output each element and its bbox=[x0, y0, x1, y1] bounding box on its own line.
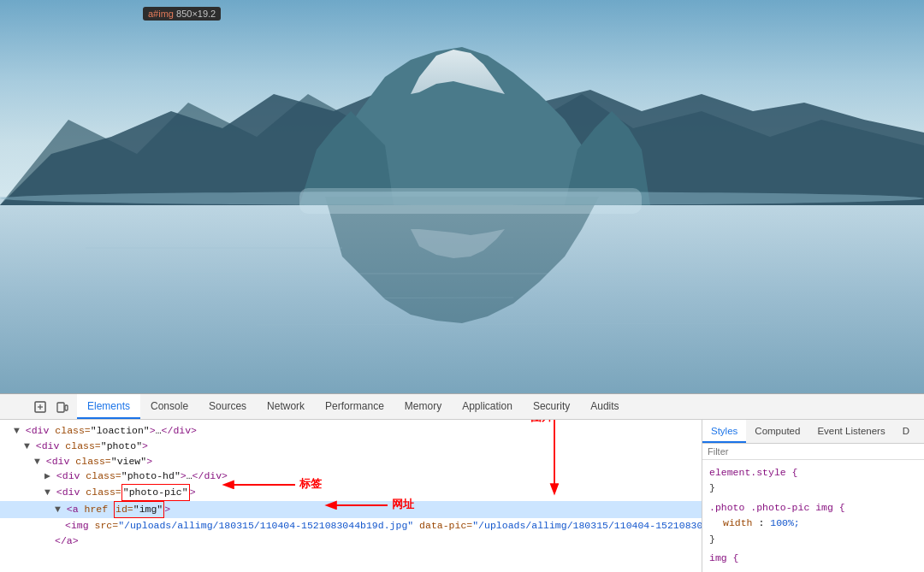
filter-bar[interactable] bbox=[702, 444, 924, 460]
tab-security[interactable]: Security bbox=[523, 394, 580, 419]
styles-tab-event-listeners[interactable]: Event Listeners bbox=[808, 420, 893, 443]
tree-line-7[interactable]: <img src="/uploads/allimg/180315/110404-… bbox=[0, 518, 702, 534]
filter-input[interactable] bbox=[708, 446, 919, 457]
label-biaoqian: 标签 bbox=[299, 476, 322, 492]
a-id-redbox: id="img" bbox=[114, 501, 164, 518]
tab-sources[interactable]: Sources bbox=[198, 394, 257, 419]
svg-rect-20 bbox=[57, 403, 64, 412]
tree-line-5[interactable]: ▼ <div class="photo-pic"> bbox=[0, 484, 702, 501]
styles-panel: Styles Computed Event Listeners D elemen… bbox=[702, 420, 924, 572]
css-rule-3: img { bbox=[709, 551, 917, 566]
webpage-preview: a#img 850×19.2 bbox=[0, 0, 924, 393]
tree-line-2[interactable]: ▼ <div class="photo"> bbox=[0, 439, 702, 454]
inspect-icon[interactable] bbox=[31, 398, 50, 416]
devtools-body: ▼ <div class="loaction">…</div> ▼ <div c… bbox=[0, 420, 924, 572]
element-badge: a#img 850×19.2 bbox=[143, 7, 221, 21]
styles-tabs: Styles Computed Event Listeners D bbox=[702, 420, 924, 444]
label-wangzhi: 网址 bbox=[392, 497, 414, 512]
tab-elements[interactable]: Elements bbox=[77, 394, 140, 419]
devtools-toolbar: Elements Console Sources Network Perform… bbox=[0, 394, 924, 420]
label-tupian: 图片 bbox=[530, 420, 553, 425]
svg-rect-21 bbox=[65, 405, 68, 410]
badge-dims: 850×19.2 bbox=[176, 9, 216, 19]
tab-memory[interactable]: Memory bbox=[394, 394, 452, 419]
styles-content: element.style { } .photo .photo-pic img … bbox=[702, 460, 924, 572]
styles-tab-computed[interactable]: Computed bbox=[746, 420, 808, 443]
caret-1[interactable]: ▼ bbox=[14, 425, 20, 436]
styles-tab-d[interactable]: D bbox=[894, 420, 918, 443]
photo-pic-redbox: "photo-pic" bbox=[121, 484, 190, 501]
device-toggle-icon[interactable] bbox=[53, 398, 72, 416]
svg-rect-16 bbox=[299, 188, 642, 214]
caret-6[interactable]: ▼ bbox=[55, 504, 61, 515]
caret-4[interactable]: ▶ bbox=[44, 470, 50, 481]
tab-audits[interactable]: Audits bbox=[580, 394, 629, 419]
css-rule-2: .photo .photo-pic img { width : 100%; } bbox=[709, 500, 917, 547]
tab-network[interactable]: Network bbox=[257, 394, 315, 419]
tree-line-6[interactable]: ▼ <a href id="img"> bbox=[0, 501, 702, 518]
toolbar-left-icons bbox=[26, 394, 77, 419]
tab-console[interactable]: Console bbox=[140, 394, 198, 419]
tab-performance[interactable]: Performance bbox=[315, 394, 394, 419]
tree-line-1[interactable]: ▼ <div class="loaction">…</div> bbox=[0, 423, 702, 439]
html-tree[interactable]: ▼ <div class="loaction">…</div> ▼ <div c… bbox=[0, 420, 702, 572]
devtools-panel: Elements Console Sources Network Perform… bbox=[0, 393, 924, 572]
caret-3[interactable]: ▼ bbox=[34, 456, 40, 467]
tree-line-4[interactable]: ▶ <div class="photo-hd">…</div> bbox=[0, 469, 702, 484]
caret-2[interactable]: ▼ bbox=[24, 440, 30, 451]
badge-tag: a#img bbox=[148, 9, 174, 19]
css-rule-1: element.style { } bbox=[709, 465, 917, 497]
tab-application[interactable]: Application bbox=[452, 394, 523, 419]
caret-5[interactable]: ▼ bbox=[44, 486, 50, 498]
tree-line-8[interactable]: </a> bbox=[0, 534, 702, 549]
styles-tab-styles[interactable]: Styles bbox=[702, 420, 746, 443]
tree-line-3[interactable]: ▼ <div class="view"> bbox=[0, 454, 702, 469]
